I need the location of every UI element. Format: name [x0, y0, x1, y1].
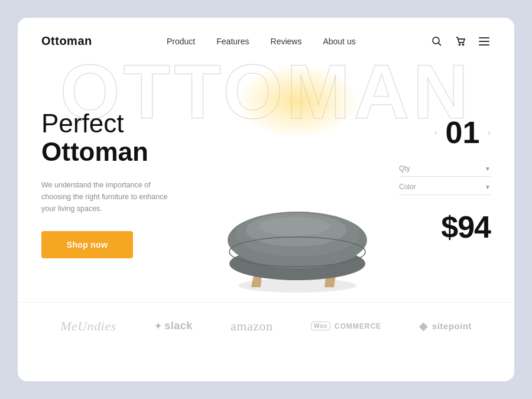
woo-icon: Woo: [311, 322, 330, 330]
header: Ottoman Product Features Reviews About u…: [18, 18, 514, 48]
search-icon[interactable]: [430, 35, 443, 48]
ottoman-image: [209, 148, 386, 302]
color-arrow-icon: ▼: [485, 184, 491, 190]
menu-icon[interactable]: [478, 36, 491, 47]
brand-sitepoint: ◈ sitepoint: [419, 320, 472, 333]
nav-about[interactable]: About us: [323, 37, 355, 46]
svg-point-0: [433, 37, 439, 44]
color-select-row[interactable]: Color ▼: [399, 183, 491, 195]
color-label: Color: [399, 183, 416, 191]
brand-meundies: MeUndies: [60, 319, 116, 334]
logo: Ottoman: [41, 34, 92, 48]
svg-point-2: [459, 44, 460, 45]
qty-arrow-icon: ▼: [485, 166, 491, 172]
nav-product[interactable]: Product: [167, 37, 195, 46]
product-price: $94: [441, 209, 491, 245]
qty-label: Qty: [399, 164, 410, 173]
nav-icons: [430, 35, 491, 48]
nav-features[interactable]: Features: [216, 37, 249, 46]
svg-point-3: [462, 44, 463, 45]
nav: Product Features Reviews About us: [167, 37, 356, 46]
brand-amazon: amazon: [231, 319, 273, 334]
slack-icon: ✦: [154, 321, 163, 332]
sub-text: We understand the importance of choosing…: [41, 179, 171, 215]
counter-next[interactable]: ›: [488, 128, 491, 137]
right-panel: ‹ 01 › Qty ▼ Color ▼ $94: [387, 54, 491, 302]
shop-now-button[interactable]: Shop now: [41, 231, 133, 258]
counter-value: 01: [445, 117, 479, 148]
sitepoint-icon: ◈: [419, 320, 428, 333]
counter-prev[interactable]: ‹: [434, 128, 437, 137]
amazon-label: amazon: [231, 319, 273, 334]
product-glow: [238, 66, 356, 137]
svg-line-1: [438, 43, 441, 46]
qty-select-row[interactable]: Qty ▼: [399, 164, 491, 177]
nav-reviews[interactable]: Reviews: [271, 37, 302, 46]
product-counter: ‹ 01 ›: [434, 117, 491, 148]
main-card: Ottoman Product Features Reviews About u…: [18, 18, 514, 381]
headline-light: Perfect: [41, 109, 124, 138]
woo-label: COMMERCE: [335, 322, 381, 330]
meundies-icon: MeUndies: [60, 319, 116, 334]
sitepoint-label: sitepoint: [432, 321, 472, 331]
product-display: [207, 54, 387, 302]
main-section: Perfect Ottoman We understand the import…: [18, 48, 514, 302]
cart-icon[interactable]: [454, 35, 467, 48]
select-group: Qty ▼ Color ▼: [399, 164, 491, 195]
headline-bold: Ottoman: [41, 137, 148, 166]
brands-bar: MeUndies ✦ slack amazon Woo COMMERCE ◈ s…: [18, 302, 514, 349]
brand-woocommerce: Woo COMMERCE: [311, 322, 381, 330]
brand-slack: ✦ slack: [154, 320, 193, 332]
slack-label: slack: [164, 320, 193, 332]
left-panel: Perfect Ottoman We understand the import…: [41, 54, 207, 302]
headline: Perfect Ottoman: [41, 109, 207, 167]
svg-point-9: [259, 217, 330, 236]
